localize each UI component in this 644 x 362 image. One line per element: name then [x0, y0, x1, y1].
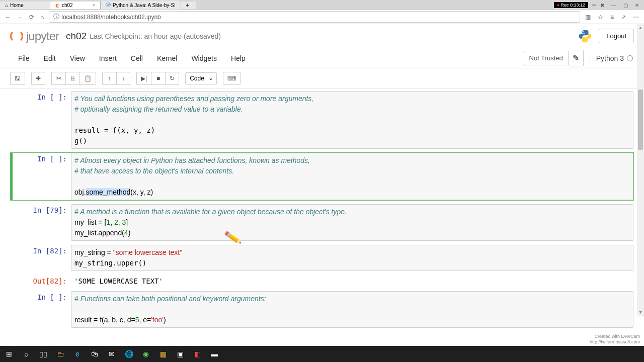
logout-button[interactable]: Logout	[599, 29, 634, 43]
address-bar: ← → ⟳ ⌂ ⓘ localhost:8888/notebooks/ch02.…	[0, 10, 644, 24]
stop-button[interactable]: ■	[151, 72, 165, 85]
edge-icon[interactable]: e	[71, 348, 84, 359]
cell-input-prompt: In [79]:	[11, 204, 71, 241]
browser-tab-strip: ⌂ Home ◐ ch02 × ⓦ Python & Java: A Side-…	[0, 0, 644, 10]
cut-button[interactable]: ✂	[51, 72, 65, 85]
cell-input-prompt: In [ ]:	[11, 291, 71, 328]
menu-edit[interactable]: Edit	[37, 51, 63, 65]
cell-type-select[interactable]: Code	[185, 72, 217, 84]
menu-kernel[interactable]: Kernel	[150, 51, 184, 65]
notebook-area[interactable]: In [ ]:# You call functions using parent…	[0, 88, 644, 362]
browser-tab-home[interactable]: ⌂ Home	[0, 2, 50, 9]
rec-tool-icon[interactable]: ✂	[590, 3, 598, 8]
share-icon[interactable]: ↗	[621, 14, 626, 21]
menu-help[interactable]: Help	[224, 51, 253, 65]
minimize-icon[interactable]: —	[611, 3, 616, 8]
store-icon[interactable]: 🛍	[89, 348, 101, 359]
recording-indicator: ● Rec 0:13:12	[554, 2, 589, 8]
edit-trust-button[interactable]: ✎	[569, 50, 584, 66]
notebook-cell[interactable]: In [ ]:# You call functions using parent…	[10, 90, 634, 149]
python-logo-icon	[578, 29, 593, 44]
close-window-icon[interactable]: ✕	[635, 3, 639, 8]
notebook-cell[interactable]: In [82]:my_string = "some lowercase text…	[10, 244, 634, 272]
notebook-cell[interactable]: In [79]:# A method is a function that is…	[10, 204, 634, 241]
rec-tool-icon[interactable]: ✖	[598, 3, 606, 8]
scroll-down-icon[interactable]: ▼	[637, 310, 644, 315]
menu-widgets[interactable]: Widgets	[184, 51, 224, 65]
menu-insert[interactable]: Insert	[92, 51, 124, 65]
kernel-name-text: Python 3	[596, 54, 624, 62]
copy-button[interactable]: ⎘	[65, 72, 79, 85]
home-icon[interactable]: ⌂	[40, 14, 44, 21]
reader-icon[interactable]: ▥	[585, 14, 591, 21]
jupyter-logo-icon	[10, 30, 23, 43]
tab-label: Home	[10, 3, 24, 8]
search-icon[interactable]: ⌕	[20, 348, 32, 359]
task-view-icon[interactable]: ▯▯	[37, 348, 49, 359]
move-down-button[interactable]: ↓	[116, 72, 130, 85]
file-explorer-icon[interactable]: 🗀	[54, 348, 66, 359]
kernel-indicator[interactable]: Python 3	[590, 53, 633, 63]
checkpoint-status: Last Checkpoint: an hour ago (autosaved)	[90, 32, 221, 40]
cell-input[interactable]: # A method is a function that is availab…	[71, 204, 633, 241]
notebook-title[interactable]: ch02	[66, 31, 87, 42]
info-icon[interactable]: ⓘ	[53, 13, 59, 21]
notebook-cell[interactable]: Out[82]:'SOME LOWERCASE TEXT'	[10, 275, 634, 288]
url-text: localhost:8888/notebooks/ch02.ipynb	[61, 14, 160, 21]
url-input[interactable]: ⓘ localhost:8888/notebooks/ch02.ipynb	[49, 11, 580, 23]
cell-input[interactable]: # You call functions using parentheses a…	[71, 91, 633, 149]
vertical-scrollbar[interactable]: ▲ ▼	[637, 24, 644, 316]
browser-tab-python-java[interactable]: ⓦ Python & Java: A Side-by-Si	[101, 1, 181, 10]
app-icon[interactable]: ▦	[157, 348, 169, 359]
favorite-icon[interactable]: ☆	[598, 14, 603, 21]
move-up-button[interactable]: ↑	[102, 72, 116, 85]
menu-cell[interactable]: Cell	[124, 51, 150, 65]
more-icon[interactable]: ⋯	[633, 14, 639, 21]
paste-button[interactable]: 📋	[79, 72, 96, 85]
scroll-up-icon[interactable]: ▲	[637, 25, 644, 30]
menu-view[interactable]: View	[63, 51, 92, 65]
cell-input-prompt: In [82]:	[11, 245, 71, 271]
cell-output-prompt: Out[82]:	[11, 275, 71, 287]
command-palette-button[interactable]: ⌨	[223, 72, 240, 85]
terminal-icon[interactable]: ▬	[208, 348, 220, 359]
toolbar: 🖫 ✚ ✂ ⎘ 📋 ↑ ↓ ▶| ■ ↻ Code ⌨	[0, 68, 644, 88]
cell-input[interactable]: # Almost every object in Python has atta…	[71, 153, 633, 200]
refresh-icon[interactable]: ⟳	[29, 14, 34, 21]
app-icon[interactable]: ◧	[191, 348, 203, 359]
app-icon[interactable]: ▣	[174, 348, 186, 359]
windows-taskbar: ⊞ ⌕ ▯▯ 🗀 e 🛍 ✉ 🌐 ◉ ▦ ▣ ◧ ▬	[0, 346, 644, 362]
jupyter-icon: ◐	[55, 3, 60, 8]
start-button[interactable]: ⊞	[3, 348, 15, 359]
app-icon[interactable]: ◉	[140, 348, 152, 359]
back-icon[interactable]: ←	[5, 14, 11, 21]
reading-list-icon[interactable]: ≡	[610, 14, 614, 21]
tab-label: Python & Java: A Side-by-Si	[113, 3, 176, 8]
chrome-icon[interactable]: 🌐	[123, 348, 135, 359]
cell-input[interactable]: # Functions can take both positional and…	[71, 291, 633, 328]
tab-label: ch02	[62, 3, 73, 8]
menu-file[interactable]: File	[11, 51, 37, 65]
cursor-pencil-icon: ✏️	[223, 228, 242, 246]
cell-output: 'SOME LOWERCASE TEXT'	[71, 275, 633, 287]
jupyter-logo[interactable]: jupyter	[10, 29, 59, 43]
mail-icon[interactable]: ✉	[106, 348, 118, 359]
notebook-cell[interactable]: In [ ]:# Almost every object in Python h…	[10, 152, 634, 201]
jupyter-header: jupyter ch02 Last Checkpoint: an hour ag…	[0, 24, 644, 48]
kernel-status-icon	[627, 55, 633, 61]
notebook-cell[interactable]: In [ ]:# Functions can take both positio…	[10, 291, 634, 328]
trust-indicator[interactable]: Not Trusted	[524, 51, 569, 65]
close-tab-icon[interactable]: ×	[92, 3, 95, 8]
scrollbar-thumb[interactable]	[638, 89, 643, 150]
save-button[interactable]: 🖫	[10, 72, 25, 85]
new-tab-button[interactable]: +	[181, 2, 196, 9]
add-cell-button[interactable]: ✚	[31, 72, 45, 85]
restart-button[interactable]: ↻	[165, 72, 179, 85]
watermark: Created with EverCam http://tw.formosaso…	[590, 334, 640, 345]
browser-tab-ch02[interactable]: ◐ ch02 ×	[50, 2, 101, 9]
forward-icon: →	[17, 14, 23, 21]
cell-input[interactable]: my_string = "some lowercase text" my_str…	[71, 245, 633, 271]
wordpress-icon: ⓦ	[106, 2, 111, 9]
maximize-icon[interactable]: ▢	[623, 3, 628, 8]
run-button[interactable]: ▶|	[136, 72, 151, 85]
